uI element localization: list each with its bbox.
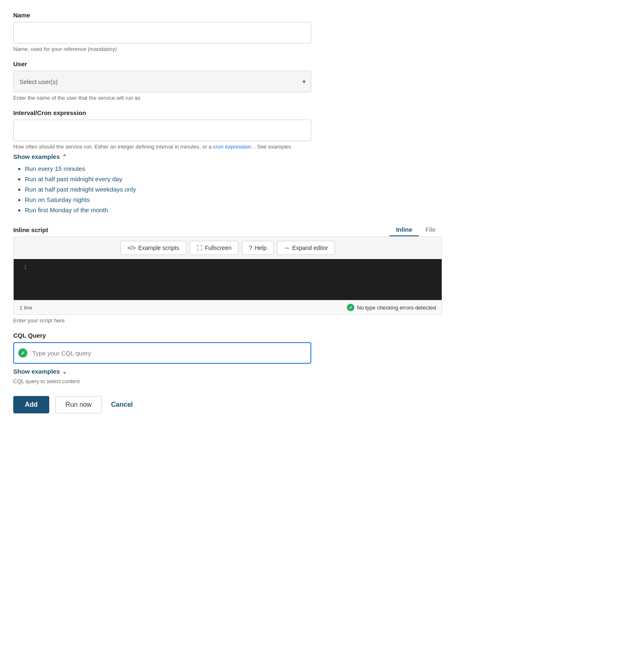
user-hint: Enter the name of the user that the serv… (13, 95, 442, 101)
check-circle-icon: ✓ (347, 304, 354, 311)
action-buttons: Add Run now Cancel (13, 396, 442, 413)
list-item: Run at half past midnight weekdays only (25, 186, 442, 193)
name-input[interactable] (13, 22, 311, 43)
user-label: User (13, 60, 442, 67)
cancel-button[interactable]: Cancel (108, 396, 136, 413)
expand-editor-label: Expand editor (292, 245, 328, 251)
inline-script-header: Inline script Inline File (13, 223, 442, 236)
tab-file[interactable]: File (419, 223, 442, 236)
cql-input-wrapper: ✓ (13, 342, 311, 364)
expand-icon: ↔ (284, 245, 290, 251)
show-examples-button[interactable]: Show examples ⌃ (13, 153, 67, 160)
expand-editor-button[interactable]: ↔ Expand editor (277, 241, 335, 255)
help-label: Help (255, 245, 267, 251)
example-link-2[interactable]: Run at half past midnight every day (25, 175, 122, 182)
cron-hint-suffix: . See examples (254, 144, 291, 150)
cql-hint: CQL query to select content (13, 378, 442, 384)
cron-expression-link[interactable]: cron expression (213, 144, 251, 150)
status-text: No type checking errors detected (357, 305, 436, 311)
name-label: Name (13, 12, 442, 19)
line-count: 1 line (19, 305, 32, 311)
cql-check-icon: ✓ (18, 348, 27, 358)
line-number-1: 1 (14, 263, 34, 272)
fullscreen-button[interactable]: ⛶ Fullscreen (190, 241, 239, 255)
user-select-wrapper: Select user(s) ▾ (13, 71, 311, 92)
tab-inline[interactable]: Inline (390, 223, 419, 236)
script-hint: Enter your script here (13, 317, 442, 324)
no-errors-status: ✓ No type checking errors detected (347, 304, 436, 311)
user-field-group: User Select user(s) ▾ Enter the name of … (13, 60, 442, 101)
run-now-button[interactable]: Run now (55, 396, 102, 413)
example-scripts-label: Example scripts (138, 245, 179, 251)
chevron-down-icon: ⌄ (62, 368, 67, 375)
user-select[interactable]: Select user(s) (13, 71, 311, 92)
name-hint: Name, used for your reference (mandatory… (13, 46, 442, 52)
cql-field-group: CQL Query ✓ Show examples ⌄ CQL query to… (13, 332, 442, 384)
inline-script-title: Inline script (13, 226, 48, 233)
editor-status-bar: 1 line ✓ No type checking errors detecte… (13, 300, 442, 315)
help-icon: ? (249, 245, 252, 251)
chevron-up-icon: ⌃ (62, 154, 67, 160)
fullscreen-icon: ⛶ (197, 245, 202, 251)
help-button[interactable]: ? Help (242, 241, 274, 255)
add-button[interactable]: Add (13, 396, 49, 413)
show-cql-examples-label: Show examples (13, 368, 60, 375)
show-examples-label: Show examples (13, 153, 60, 160)
code-icon: </> (127, 245, 136, 251)
example-link-1[interactable]: Run every 15 minutes (25, 165, 85, 172)
show-cql-examples-button[interactable]: Show examples ⌄ (13, 368, 67, 375)
cron-hint-prefix: How often should the service run. Either… (13, 144, 212, 150)
list-item: Run at half past midnight every day (25, 175, 442, 182)
list-item: Run every 15 minutes (25, 165, 442, 172)
example-link-4[interactable]: Run on Saturday nights (25, 196, 90, 203)
cron-label: Interval/Cron expression (13, 109, 442, 116)
cron-field-group: Interval/Cron expression How often shoul… (13, 109, 442, 214)
code-line-1: 1 (14, 263, 442, 272)
editor-toolbar: </> Example scripts ⛶ Fullscreen ? Help … (13, 236, 442, 259)
page-container: Name Name, used for your reference (mand… (0, 0, 455, 430)
list-item: Run first Monday of the month (25, 206, 442, 214)
fullscreen-label: Fullscreen (205, 245, 232, 251)
code-editor[interactable]: 1 (13, 259, 442, 300)
examples-list: Run every 15 minutes Run at half past mi… (13, 165, 442, 214)
name-field-group: Name Name, used for your reference (mand… (13, 12, 442, 52)
script-tab-group: Inline File (390, 223, 442, 236)
cron-hint: How often should the service run. Either… (13, 144, 442, 150)
example-scripts-button[interactable]: </> Example scripts (120, 241, 186, 255)
list-item: Run on Saturday nights (25, 196, 442, 203)
cql-label: CQL Query (13, 332, 442, 339)
inline-script-group: Inline script Inline File </> Example sc… (13, 223, 442, 324)
example-link-5[interactable]: Run first Monday of the month (25, 206, 108, 214)
example-link-3[interactable]: Run at half past midnight weekdays only (25, 186, 136, 193)
cql-input[interactable] (13, 342, 311, 364)
cron-input[interactable] (13, 120, 311, 141)
